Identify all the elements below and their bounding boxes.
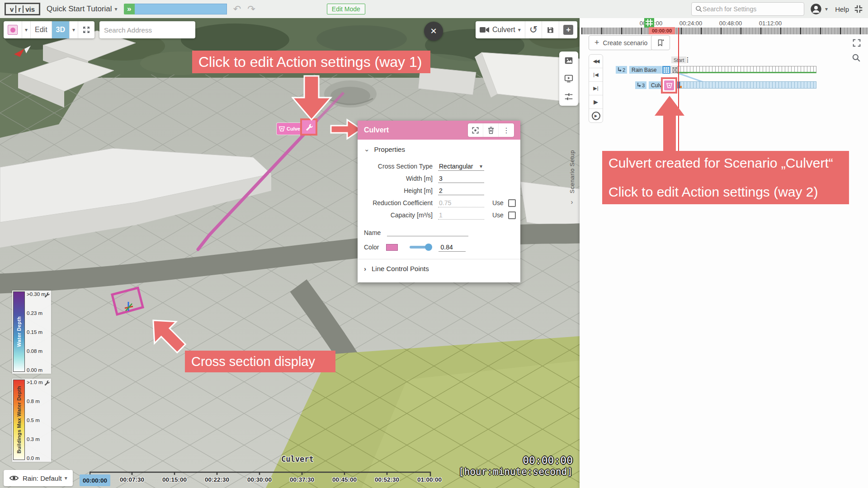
timeline-current-badge[interactable]: 00:00:00 <box>80 474 110 486</box>
timeline-tick-strip[interactable] <box>581 28 868 34</box>
start-menu-icon[interactable]: ⋮ <box>684 56 691 63</box>
wrench-icon[interactable] <box>44 380 50 386</box>
skip-to-end-button[interactable]: ▶| <box>589 82 603 95</box>
legend-label: 0.08 m <box>27 348 50 354</box>
presentation-button[interactable] <box>559 70 578 88</box>
culvert-tool-button[interactable] <box>4 21 22 38</box>
help-link[interactable]: Help <box>835 5 849 13</box>
app-window: vrvis Quick Start Tutorial ▾ » ↶ ↷ Edit … <box>0 0 868 488</box>
close-button[interactable]: ✕ <box>424 22 443 41</box>
time-grid-marker-icon[interactable] <box>644 18 654 28</box>
save-view-button[interactable] <box>542 21 559 38</box>
annotation-way1: Click to edit Action settings (way 1) <box>192 51 430 73</box>
height-field[interactable]: 2 <box>438 186 484 195</box>
videocam-icon <box>480 26 490 33</box>
edit-button[interactable]: Edit <box>31 21 52 38</box>
slider-knob[interactable] <box>425 244 432 251</box>
eye-icon <box>9 474 19 482</box>
branch-icon <box>618 67 622 72</box>
settings-search[interactable] <box>691 2 804 16</box>
redo-icon[interactable]: ↷ <box>247 4 255 14</box>
current-time-badge[interactable]: 00:00:00 <box>649 27 675 34</box>
scene-culvert-chip[interactable]: Culve <box>277 123 302 135</box>
expand-icon <box>82 26 90 34</box>
trash-x-icon <box>487 127 495 134</box>
viewport-toolbar: ▾ Edit 3D ▾ <box>4 21 94 38</box>
mode-3d-button[interactable]: 3D <box>52 21 70 38</box>
capacity-field[interactable]: 1 <box>438 211 484 220</box>
tutorial-dropdown-label[interactable]: Quick Start Tutorial <box>47 5 112 14</box>
reduction-coefficient-field[interactable]: 0.75 <box>438 198 484 207</box>
address-search-input[interactable] <box>104 26 194 34</box>
clock-time: 00:00:00 <box>458 455 573 466</box>
culvert-tool-caret[interactable]: ▾ <box>22 21 31 38</box>
logo-part: vis <box>23 5 37 13</box>
skip-to-start-button[interactable]: |◀ <box>589 68 603 82</box>
culvert-action-button-highlight[interactable] <box>661 77 677 94</box>
account-icon[interactable] <box>810 3 822 15</box>
create-scenario-button[interactable]: + Create scenario <box>589 35 653 50</box>
reduction-use-checkbox[interactable] <box>508 199 516 207</box>
tutorial-progress-bar <box>135 4 227 14</box>
play-button[interactable]: ▶ <box>589 95 603 109</box>
scenario-setup-tab[interactable]: Scenario Setup › <box>566 150 578 222</box>
rain-selector[interactable]: Rain: Default ▾ <box>4 470 73 486</box>
tutorial-next-button[interactable]: » <box>124 4 135 14</box>
fullscreen-button[interactable] <box>78 21 94 38</box>
height-label: Height [m] <box>358 187 438 194</box>
undo-icon[interactable]: ↶ <box>233 4 241 14</box>
settings-search-input[interactable] <box>703 5 793 13</box>
scenario-order-badge[interactable]: 2 <box>616 66 627 74</box>
line-control-points-section[interactable]: › Line Control Points <box>358 259 520 278</box>
screenshot-button[interactable] <box>559 52 578 70</box>
mode-caret[interactable]: ▾ <box>70 21 78 38</box>
viewport-3d[interactable]: ▾ Edit 3D ▾ ✕ Culvert ▾ ↺ <box>0 18 580 488</box>
viewport-side-tools <box>559 52 578 106</box>
color-opacity-value[interactable]: 0.84 <box>439 243 466 252</box>
camera-dropdown[interactable]: Culvert ▾ <box>476 21 525 38</box>
culvert-icon <box>278 126 285 132</box>
address-search[interactable] <box>99 21 195 38</box>
expand-panel-icon[interactable] <box>852 38 862 48</box>
chevron-down-icon[interactable]: ▾ <box>825 6 828 12</box>
loop-play-button[interactable]: ▶ <box>589 109 603 122</box>
play-display-icon <box>564 74 574 84</box>
tune-icon <box>564 92 574 102</box>
zoom-timeline-icon[interactable] <box>852 53 861 62</box>
width-field[interactable]: 3 <box>438 174 484 183</box>
save-icon <box>546 26 555 34</box>
fast-rewind-button[interactable]: ◀◀ <box>589 55 603 68</box>
name-field[interactable] <box>387 228 468 236</box>
culvert-properties-panel: Culvert ⋮ ⌄ Properties Cross Section Typ… <box>358 121 520 282</box>
add-view-button[interactable]: + <box>559 21 577 38</box>
reset-view-button[interactable]: ↺ <box>525 21 542 38</box>
culvert-timeline-strip[interactable] <box>677 81 816 89</box>
color-swatch[interactable] <box>386 244 398 251</box>
cross-section-type-select[interactable]: Rectangular ▾ <box>438 162 484 171</box>
compress-icon[interactable] <box>854 4 863 14</box>
scenario-order-badge[interactable]: 3 <box>635 81 646 89</box>
ruler-tick-label: 00:24:00 <box>679 20 703 27</box>
capacity-use-checkbox[interactable] <box>508 211 516 219</box>
plus-icon: + <box>563 25 573 35</box>
chevron-down-icon[interactable]: ▾ <box>115 6 118 12</box>
scene-chip-label: Culve <box>287 126 300 131</box>
legend-buildings-max-water-depth: Buildings Max Water Depth >1.0 m 0.8 m 0… <box>12 379 51 462</box>
legend-labels: >1.0 m 0.8 m 0.5 m 0.3 m 0.0 m <box>27 379 50 462</box>
edit-mode-badge: Edit Mode <box>327 4 365 14</box>
chevron-down-icon: ▾ <box>518 27 521 33</box>
scenario-name-rain-base[interactable]: Rain Base <box>629 66 662 74</box>
color-opacity-slider[interactable] <box>410 246 429 249</box>
delete-button[interactable] <box>483 123 499 137</box>
scenario-setup-label: Scenario Setup <box>569 150 576 193</box>
legend-label: 0.3 m <box>27 436 50 442</box>
bookmark-button[interactable] <box>651 35 670 50</box>
settings-sliders-button[interactable] <box>559 88 578 106</box>
properties-section-header[interactable]: ⌄ Properties <box>358 140 520 156</box>
panel-header[interactable]: Culvert ⋮ <box>358 121 520 140</box>
upleft-arrow <box>146 313 189 356</box>
wrench-icon[interactable] <box>44 292 50 298</box>
focus-button[interactable] <box>468 123 483 137</box>
grid-view-button[interactable] <box>662 66 670 74</box>
panel-menu-button[interactable]: ⋮ <box>499 123 514 137</box>
